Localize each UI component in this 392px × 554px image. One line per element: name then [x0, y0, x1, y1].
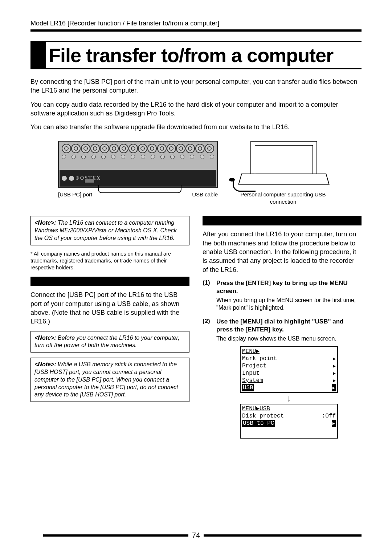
- title-rule-bottom: [30, 68, 362, 69]
- section-bar-right: [203, 216, 362, 225]
- right-column: After you connect the LR16 to your compu…: [203, 216, 362, 442]
- left-column: <Note>: The LR16 can connect to a comput…: [30, 216, 189, 442]
- small-jack-icon: [200, 155, 204, 159]
- input-jack-icon: [128, 144, 138, 153]
- triangle-icon: [332, 384, 336, 391]
- small-jack-icon: [91, 155, 96, 159]
- step-text: The display now shows the USB menu scree…: [216, 335, 362, 343]
- small-jack-icon: [170, 155, 175, 159]
- intro-p1: By connecting the [USB PC] port of the m…: [30, 77, 362, 95]
- header-breadcrumb: Model LR16 [Recorder function / File tra…: [30, 20, 362, 27]
- input-jack-icon: [185, 144, 195, 153]
- lcd-item: Disk protect: [242, 412, 284, 420]
- input-jack-icon: [100, 144, 109, 153]
- section-bar-left: [30, 277, 189, 286]
- lcd-selected-item: USB to PC: [242, 420, 275, 427]
- page-number: 74: [192, 531, 200, 539]
- down-arrow-icon: ↓: [240, 394, 338, 403]
- connector-icon: [62, 176, 67, 181]
- laptop-column: Personal computer supporting USB connect…: [232, 141, 334, 205]
- triangle-icon: [333, 370, 336, 377]
- small-jack-icon: [141, 155, 145, 159]
- usb-cable-label: USB cable: [181, 191, 218, 197]
- small-jack-icon: [101, 155, 106, 159]
- lcd-usb-screen: MENU▶USB Disk protect:Off USB to PC: [240, 404, 338, 439]
- note-label: <Note>:: [34, 220, 56, 226]
- lcd-screens: MENU▶ Mark point Project Input System US…: [240, 346, 338, 439]
- triangle-icon: [333, 355, 336, 362]
- small-jack-icon: [180, 155, 184, 159]
- usb-pc-port-icon: [84, 179, 94, 183]
- input-jack-icon: [81, 144, 90, 153]
- title-bullet-icon: [30, 42, 46, 68]
- intro-p3: You can also transfer the software upgra…: [30, 123, 362, 131]
- document-page: Model LR16 [Recorder function / File tra…: [0, 0, 392, 554]
- input-jack-icon: [147, 144, 157, 153]
- input-jack-icon: [195, 144, 205, 153]
- input-jack-icon: [176, 144, 185, 153]
- triangle-icon: [333, 377, 336, 384]
- lr16-rear-panel: FOSTEX: [58, 141, 218, 188]
- lcd-menu-screen: MENU▶ Mark point Project Input System US…: [240, 346, 338, 393]
- step-1: (1) Press the [ENTER] key to bring up th…: [203, 279, 362, 315]
- two-column-body: <Note>: The LR16 can connect to a comput…: [30, 216, 362, 442]
- left-body-text: Connect the [USB PC] port of the LR16 to…: [30, 290, 189, 326]
- step-number: (2): [203, 318, 216, 440]
- cable-label-row: [USB PC] port USB cable: [58, 190, 218, 198]
- note-text: While a USB memory stick is connected to…: [34, 361, 178, 398]
- note-box-poweroff: <Note>: Before you connect the LR16 to y…: [30, 331, 189, 353]
- header-rule: [30, 29, 362, 32]
- small-jack-icon: [131, 155, 135, 159]
- right-body-text: After you connect the LR16 to your compu…: [203, 230, 362, 274]
- title-block: File transfer to/from a computer: [30, 41, 362, 69]
- footer-rule-left: [30, 534, 188, 537]
- small-jack-icon: [81, 155, 86, 159]
- input-jack-icon: [138, 144, 147, 153]
- intro-p2: You can copy audio data recorded by the …: [30, 100, 362, 118]
- small-jack-icon: [111, 155, 115, 159]
- lcd-item: Project: [242, 362, 266, 370]
- usb-port-label: [USB PC] port: [58, 191, 98, 197]
- page-footer: 74: [30, 531, 362, 539]
- laptop-label: Personal computer supporting USB connect…: [232, 191, 334, 205]
- note-text: The LR16 can connect to a computer runni…: [34, 220, 177, 241]
- input-jack-icon: [71, 144, 81, 153]
- input-jack-icon: [157, 144, 167, 153]
- small-jack-icon: [190, 155, 194, 159]
- small-jack-icon: [210, 155, 214, 159]
- lcd-item: Input: [242, 370, 260, 377]
- device-column: FOSTEX [USB PC] port USB cable: [58, 141, 218, 198]
- input-jack-icon: [205, 144, 214, 153]
- step-text: When you bring up the MENU screen for th…: [216, 297, 362, 312]
- connection-diagram: FOSTEX [USB PC] port USB cable Personal …: [30, 141, 362, 205]
- note-text: Before you connect the LR16 to your comp…: [34, 335, 179, 349]
- lcd-selected-item: USB: [242, 384, 254, 391]
- page-title: File transfer to/from a computer: [49, 45, 333, 65]
- step-title: Press the [ENTER] key to bring up the ME…: [216, 279, 362, 295]
- small-jack-icon: [160, 155, 165, 159]
- triangle-icon: [332, 420, 336, 427]
- step-title: Use the [MENU] dial to highlight "USB" a…: [216, 318, 362, 334]
- trademark-footnote: * All company names and product names on…: [30, 250, 189, 271]
- input-jack-icon: [62, 144, 71, 153]
- note-box-usbhost: <Note>: While a USB memory stick is conn…: [30, 358, 189, 402]
- triangle-icon: [333, 362, 336, 370]
- lcd-value: :Off: [322, 412, 336, 420]
- laptop-screen-icon: [250, 141, 317, 179]
- device-bottom-strip: FOSTEX: [60, 170, 216, 187]
- small-jack-icon: [121, 155, 125, 159]
- small-jack-icon: [151, 155, 155, 159]
- laptop-icon: [241, 141, 325, 188]
- input-jack-icon: [167, 144, 176, 153]
- usb-cable-icon: [98, 185, 181, 193]
- note-label: <Note>:: [34, 361, 56, 367]
- step-number: (1): [203, 279, 216, 315]
- note-box-os: <Note>: The LR16 can connect to a comput…: [30, 216, 189, 245]
- input-jack-icon: [109, 144, 119, 153]
- input-jack-icon: [119, 144, 128, 153]
- connector-icon: [69, 176, 74, 181]
- intro-text: By connecting the [USB PC] port of the m…: [30, 77, 362, 131]
- step-2: (2) Use the [MENU] dial to highlight "US…: [203, 318, 362, 440]
- lcd-title: MENU▶: [242, 348, 336, 355]
- lcd-item: Mark point: [242, 355, 277, 362]
